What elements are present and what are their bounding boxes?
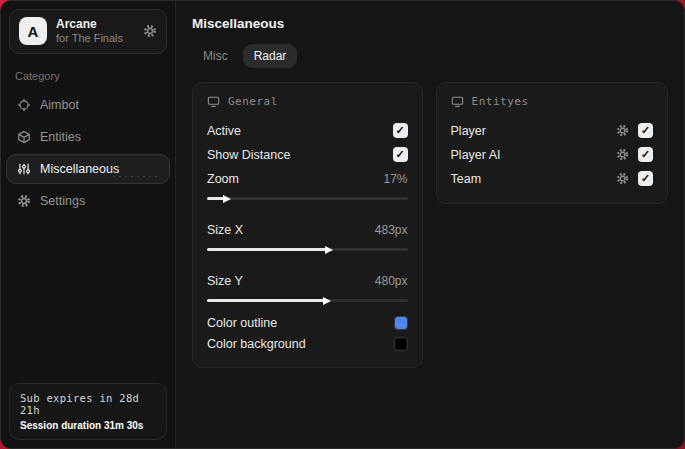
color-label: Color background xyxy=(207,337,306,351)
entities-panel-title: Entityes xyxy=(472,95,529,108)
general-panel-title: General xyxy=(228,95,278,108)
size-y-slider[interactable] xyxy=(207,299,408,302)
slider-label: Zoom xyxy=(207,172,239,186)
sidebar-item-label: Aimbot xyxy=(40,98,79,112)
color-row-background: Color background xyxy=(207,334,408,354)
sidebar-item-settings[interactable]: Settings xyxy=(6,186,170,216)
player-ai-checkbox[interactable] xyxy=(638,147,653,162)
sidebar-item-label: Miscellaneous xyxy=(40,162,119,176)
tab-bar: Misc Radar xyxy=(192,44,668,68)
entity-controls xyxy=(616,147,653,162)
sidebar: A Arcane for The Finals Category xyxy=(1,1,176,448)
app-title: Arcane xyxy=(56,17,134,32)
entity-row-player-ai: Player AI xyxy=(451,143,653,166)
team-checkbox[interactable] xyxy=(638,171,653,186)
page-title: Miscellaneous xyxy=(192,16,668,31)
entity-controls xyxy=(616,171,653,186)
entity-label: Team xyxy=(451,172,482,186)
slider-thumb[interactable] xyxy=(325,246,333,254)
entities-panel-header: Entityes xyxy=(451,95,653,108)
sliders-icon xyxy=(17,162,31,176)
general-panel: General Active Show Distance Zoom 17% xyxy=(192,82,423,368)
spacer xyxy=(207,262,408,269)
sidebar-item-label: Entities xyxy=(40,130,81,144)
app-header-card: A Arcane for The Finals xyxy=(9,9,167,54)
app-window: A Arcane for The Finals Category xyxy=(0,0,685,449)
general-icon xyxy=(207,95,220,108)
slider-label: Size Y xyxy=(207,274,243,288)
color-row-outline: Color outline xyxy=(207,313,408,333)
color-outline-swatch[interactable] xyxy=(394,316,408,330)
slider-value: 480px xyxy=(375,274,408,288)
sidebar-item-label: Settings xyxy=(40,194,85,208)
sidebar-item-entities[interactable]: Entities xyxy=(6,122,170,152)
cube-icon xyxy=(17,130,31,144)
sidebar-item-aimbot[interactable]: Aimbot xyxy=(6,90,170,120)
slider-row-size-y: Size Y 480px xyxy=(207,269,408,292)
gear-icon[interactable] xyxy=(616,172,629,185)
gear-icon[interactable] xyxy=(616,148,629,161)
app-logo: A xyxy=(19,17,47,45)
main-content: Miscellaneous Misc Radar Gene xyxy=(176,1,684,448)
slider-thumb[interactable] xyxy=(223,195,231,203)
slider-fill xyxy=(207,299,325,302)
toggle-label: Active xyxy=(207,124,241,138)
toggle-label: Show Distance xyxy=(207,148,290,162)
slider-value: 483px xyxy=(375,223,408,237)
size-x-slider[interactable] xyxy=(207,248,408,251)
panels-row: General Active Show Distance Zoom 17% xyxy=(192,82,668,368)
color-background-swatch[interactable] xyxy=(394,337,408,351)
session-duration-text: Session duration 31m 30s xyxy=(20,420,156,431)
spacer xyxy=(207,211,408,218)
toggle-row-active: Active xyxy=(207,119,408,142)
tab-misc[interactable]: Misc xyxy=(192,44,239,68)
crosshair-icon xyxy=(17,98,31,112)
slider-fill xyxy=(207,248,327,251)
slider-row-size-x: Size X 483px xyxy=(207,218,408,241)
slider-row-zoom: Zoom 17% xyxy=(207,167,408,190)
slider-label: Size X xyxy=(207,223,243,237)
app-text: Arcane for The Finals xyxy=(56,17,134,46)
slider-value: 17% xyxy=(384,172,408,186)
subscription-info-card: Sub expires in 28d 21h Session duration … xyxy=(9,383,167,440)
entity-controls xyxy=(616,123,653,138)
slider-thumb[interactable] xyxy=(323,297,331,305)
show-distance-checkbox[interactable] xyxy=(393,147,408,162)
monitor-icon xyxy=(451,95,464,108)
dots-decoration xyxy=(111,174,159,179)
category-label: Category xyxy=(15,70,161,82)
active-checkbox[interactable] xyxy=(393,123,408,138)
sub-expiry-text: Sub expires in 28d 21h xyxy=(20,392,156,416)
gear-icon[interactable] xyxy=(143,24,157,38)
gear-icon[interactable] xyxy=(616,124,629,137)
entity-label: Player AI xyxy=(451,148,501,162)
entity-row-player: Player xyxy=(451,119,653,142)
toggle-row-show-distance: Show Distance xyxy=(207,143,408,166)
zoom-slider[interactable] xyxy=(207,197,408,200)
entities-panel: Entityes Player xyxy=(436,82,668,204)
sidebar-item-miscellaneous[interactable]: Miscellaneous xyxy=(6,154,170,184)
gear-icon xyxy=(17,194,31,208)
player-checkbox[interactable] xyxy=(638,123,653,138)
general-panel-header: General xyxy=(207,95,408,108)
desktop-background: A Arcane for The Finals Category xyxy=(0,0,685,449)
tab-radar[interactable]: Radar xyxy=(243,44,298,68)
entity-row-team: Team xyxy=(451,167,653,190)
entity-label: Player xyxy=(451,124,486,138)
app-subtitle: for The Finals xyxy=(56,32,134,46)
color-label: Color outline xyxy=(207,316,277,330)
